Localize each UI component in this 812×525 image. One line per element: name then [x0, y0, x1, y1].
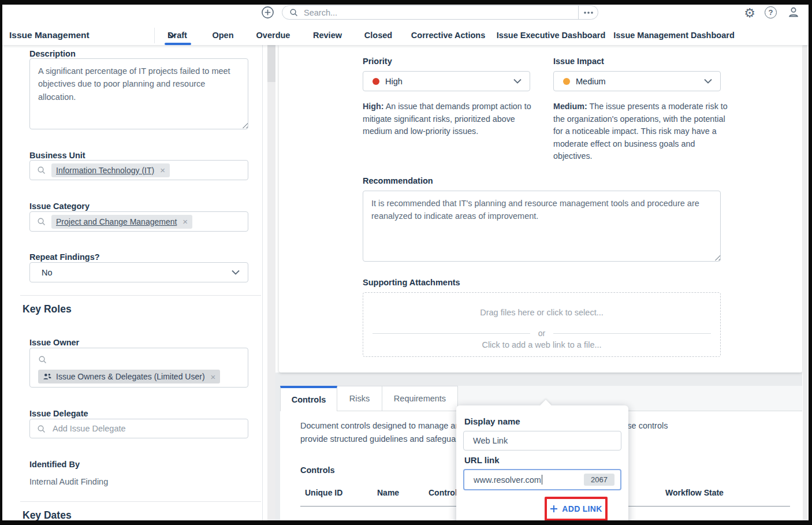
identified-by-value: Internal Audit Finding	[29, 477, 108, 486]
remove-chip-icon[interactable]: ×	[211, 373, 216, 381]
priority-term: High:	[363, 102, 384, 111]
display-name-input[interactable]: Web Link	[463, 431, 621, 450]
app-switcher[interactable]: Issue Management	[9, 25, 176, 45]
issue-category-label: Issue Category	[29, 202, 90, 211]
recommendation-textarea[interactable]: It is recommended that IT's planning and…	[363, 191, 721, 262]
add-link-button[interactable]: ADD LINK	[550, 504, 602, 513]
repeat-findings-select[interactable]: No	[29, 262, 248, 282]
issue-delegate-field[interactable]	[29, 419, 248, 438]
search-input[interactable]	[303, 8, 578, 18]
tab-corrective-actions[interactable]: Corrective Actions	[411, 25, 485, 45]
issue-delegate-label: Issue Delegate	[29, 409, 88, 418]
issue-category-field[interactable]: Project and Change Management ×	[29, 211, 248, 232]
key-roles-heading: Key Roles	[23, 303, 72, 315]
tab-draft[interactable]: Draft	[167, 25, 187, 45]
help-icon[interactable]: ?	[765, 6, 777, 18]
select-value: No	[42, 268, 53, 277]
scrollbar-thumb[interactable]	[267, 45, 275, 82]
recommendation-label: Recommendation	[363, 176, 433, 185]
repeat-findings-label: Repeat Findings?	[29, 252, 100, 262]
settings-gear-icon[interactable]: ⚙	[743, 6, 757, 20]
search-more-icon[interactable]	[578, 6, 598, 19]
dropzone-drag-text[interactable]: Drag files here or click to select...	[363, 308, 720, 317]
issue-delegate-input[interactable]	[51, 423, 248, 434]
global-search[interactable]	[282, 5, 598, 20]
chars-remaining-badge: 2067	[584, 474, 614, 486]
search-icon	[289, 8, 298, 17]
remove-chip-icon[interactable]: ×	[182, 217, 188, 226]
impact-description: Medium: The issue presents a moderate ri…	[553, 100, 728, 163]
business-unit-label: Business Unit	[29, 151, 85, 160]
issue-owner-chip[interactable]: Issue Owners & Delegates (Limited User) …	[38, 370, 220, 383]
description-textarea[interactable]: A significant percentage of IT projects …	[29, 58, 248, 129]
top-bar: ⚙ ?	[2, 5, 809, 25]
text-cursor	[542, 475, 543, 485]
app-switcher-label: Issue Management	[9, 30, 90, 40]
search-icon	[37, 217, 46, 226]
search-icon	[38, 355, 47, 364]
url-link-label: URL link	[464, 455, 500, 465]
identified-by-label: Identified By	[29, 460, 80, 469]
issue-category-chip[interactable]: Project and Change Management ×	[51, 215, 192, 229]
issue-impact-label: Issue Impact	[553, 57, 604, 66]
or-text: or	[538, 329, 545, 338]
select-value: Medium	[576, 77, 606, 86]
priority-select[interactable]: High	[363, 71, 530, 91]
attachments-dropzone[interactable]: Drag files here or click to select... or…	[363, 292, 721, 357]
priority-description: High: An issue that demands prompt actio…	[363, 100, 537, 138]
issue-owner-label: Issue Owner	[29, 338, 79, 347]
user-profile-icon[interactable]	[787, 5, 800, 19]
add-web-link-popup: Display name Web Link URL link www.resol…	[456, 405, 628, 520]
tab-controls[interactable]: Controls	[280, 386, 337, 411]
issue-owner-field[interactable]: Issue Owners & Delegates (Limited User) …	[29, 348, 248, 388]
add-web-link-text[interactable]: Click to add a web link to a file...	[363, 340, 720, 349]
panel-gap	[275, 373, 280, 520]
tab-closed[interactable]: Closed	[364, 25, 392, 45]
supporting-attachments-label: Supporting Attachments	[363, 278, 460, 287]
display-name-label: Display name	[464, 416, 520, 426]
dropzone-or-divider: or	[373, 329, 711, 338]
tab-risks[interactable]: Risks	[337, 386, 382, 411]
issue-details-panel: Description A significant percentage of …	[2, 45, 263, 520]
plus-icon	[550, 505, 558, 513]
create-new-icon[interactable]	[260, 5, 274, 19]
content-area: Description A significant percentage of …	[2, 45, 809, 520]
tab-review[interactable]: Review	[313, 25, 342, 45]
col-workflow-state: Workflow State	[665, 488, 724, 497]
page-scrollbar[interactable]	[803, 45, 807, 520]
description-label: Description	[29, 49, 76, 58]
tab-open[interactable]: Open	[212, 25, 233, 45]
tab-issue-management-dashboard[interactable]: Issue Management Dashboard	[613, 25, 735, 45]
search-icon	[37, 425, 46, 433]
section-divider	[20, 295, 261, 296]
group-icon	[43, 373, 52, 381]
search-icon	[37, 166, 46, 174]
remove-chip-icon[interactable]: ×	[160, 166, 165, 174]
issue-impact-select[interactable]: Medium	[553, 71, 721, 91]
priority-high-dot	[373, 78, 379, 85]
screenshot-frame: ⚙ ? Issue Management Draft Open Overdue …	[0, 0, 812, 525]
annotation-highlight-box: ADD LINK	[545, 497, 608, 520]
chevron-down-icon	[513, 79, 522, 84]
section-divider	[20, 501, 261, 502]
tab-issue-executive-dashboard[interactable]: Issue Executive Dashboard	[497, 25, 606, 45]
panel-gap	[275, 373, 802, 386]
business-unit-chip[interactable]: Information Technology (IT) ×	[51, 163, 170, 177]
tab-requirements[interactable]: Requirements	[382, 386, 458, 411]
chevron-down-icon	[704, 79, 712, 84]
url-link-input[interactable]: www.resolver.com 2067	[463, 469, 621, 490]
select-value: High	[385, 77, 403, 86]
left-panel-scrollbar[interactable]	[267, 45, 275, 520]
controls-section-label: Controls	[300, 466, 335, 475]
nav-separator	[154, 28, 155, 43]
priority-label: Priority	[363, 57, 392, 66]
app-window: ⚙ ? Issue Management Draft Open Overdue …	[2, 5, 809, 520]
impact-medium-dot	[563, 78, 570, 85]
chip-label: Issue Owners & Delegates (Limited User)	[56, 372, 205, 381]
add-link-label: ADD LINK	[562, 504, 602, 513]
display-name-value: Web Link	[473, 436, 508, 445]
business-unit-field[interactable]: Information Technology (IT) ×	[29, 160, 248, 180]
active-tab-underline	[165, 43, 191, 45]
url-link-value: www.resolver.com	[474, 475, 541, 485]
tab-overdue[interactable]: Overdue	[256, 25, 290, 45]
